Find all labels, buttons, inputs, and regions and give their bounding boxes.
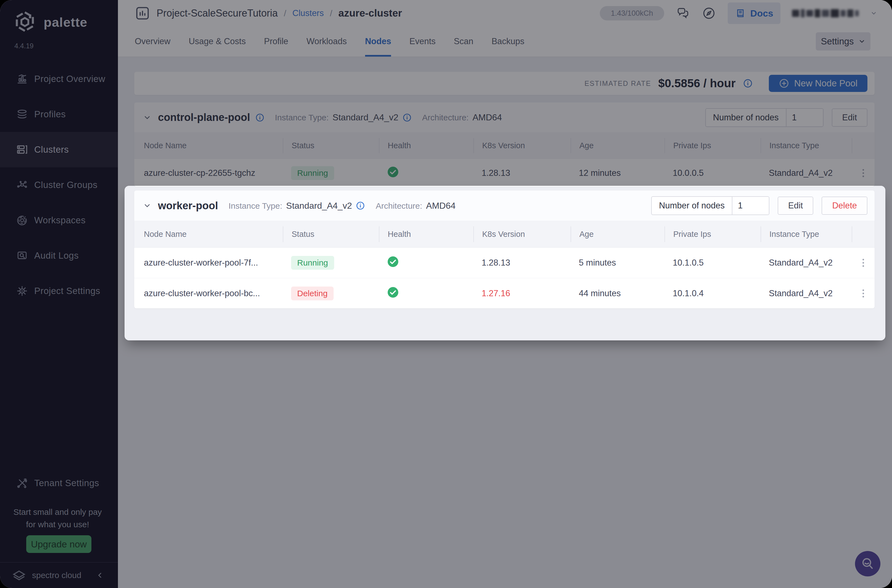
node-health bbox=[379, 286, 473, 300]
sidebar-item-tenant-settings[interactable]: Tenant Settings bbox=[0, 465, 118, 501]
app-window: palette 4.4.19 Project Overview Profiles bbox=[0, 0, 892, 588]
breadcrumb-clusters-link[interactable]: Clusters bbox=[293, 8, 324, 18]
sidebar-item-clusters[interactable]: Clusters bbox=[0, 132, 118, 167]
tab-usage-costs[interactable]: Usage & Costs bbox=[189, 27, 246, 57]
chat-icon[interactable] bbox=[676, 6, 690, 20]
breadcrumb-project[interactable]: Project-ScaleSecureTutoria bbox=[156, 8, 278, 19]
number-of-nodes-label: Number of nodes bbox=[706, 109, 786, 126]
edit-pool-button[interactable]: Edit bbox=[778, 196, 813, 215]
node-status: Running bbox=[283, 166, 379, 180]
new-node-pool-button[interactable]: New Node Pool bbox=[769, 75, 867, 92]
node-name: azure-cluster-worker-pool-7f... bbox=[144, 258, 283, 268]
row-menu-icon[interactable] bbox=[858, 257, 869, 269]
tab-backups[interactable]: Backups bbox=[491, 27, 524, 57]
sidebar-item-project-settings[interactable]: Project Settings bbox=[0, 273, 118, 309]
col-age: Age bbox=[571, 138, 664, 153]
status-badge: Running bbox=[291, 256, 334, 270]
brand-name: palette bbox=[44, 15, 87, 30]
compass-icon[interactable] bbox=[702, 6, 716, 20]
table-header-row: Node Name Status Health K8s Version Age … bbox=[134, 133, 875, 159]
number-of-nodes-input[interactable] bbox=[732, 197, 769, 214]
node-health bbox=[379, 166, 473, 180]
node-age: 5 minutes bbox=[571, 258, 664, 268]
instance-type-value: Standard_A4_v2 bbox=[332, 112, 398, 123]
estimated-rate-bar: ESTIMATED RATE $0.5856 / hour New Node P… bbox=[134, 72, 875, 95]
edit-pool-button[interactable]: Edit bbox=[832, 108, 867, 127]
delete-pool-button[interactable]: Delete bbox=[821, 196, 867, 215]
info-icon[interactable] bbox=[356, 201, 365, 210]
tab-profile[interactable]: Profile bbox=[264, 27, 288, 57]
architecture-value: AMD64 bbox=[473, 112, 502, 123]
breadcrumb-separator: / bbox=[284, 8, 286, 18]
upgrade-promo-text: Start small and only pay for what you us… bbox=[0, 506, 115, 531]
tab-overview[interactable]: Overview bbox=[135, 27, 170, 57]
sidebar-item-workspaces[interactable]: Workspaces bbox=[0, 202, 118, 238]
tab-nodes[interactable]: Nodes bbox=[365, 27, 391, 57]
col-actions bbox=[852, 226, 875, 242]
sidebar-nav: Project Overview Profiles Clusters bbox=[0, 61, 118, 309]
upgrade-now-button[interactable]: Upgrade now bbox=[26, 535, 92, 553]
control-plane-pool-header: control-plane-pool Instance Type: Standa… bbox=[134, 102, 875, 133]
sidebar-item-audit-logs[interactable]: Audit Logs bbox=[0, 238, 118, 273]
node-status: Running bbox=[283, 256, 379, 270]
node-health bbox=[379, 256, 473, 270]
row-menu-icon[interactable] bbox=[858, 287, 869, 300]
table-row: azure-cluster-worker-pool-7f... Running … bbox=[134, 248, 875, 278]
topbar-actions: 1.43/100kCh Docs bbox=[600, 3, 877, 24]
bar-chart-icon bbox=[16, 73, 28, 85]
tab-scan[interactable]: Scan bbox=[454, 27, 473, 57]
col-k8s-version: K8s Version bbox=[473, 138, 571, 153]
pool-controls: Number of nodes Edit bbox=[705, 108, 867, 127]
worker-pool-header: worker-pool Instance Type: Standard_A4_v… bbox=[134, 190, 875, 221]
node-instance-type: Standard_A4_v2 bbox=[761, 168, 852, 178]
user-menu-chevron-icon[interactable] bbox=[871, 10, 877, 16]
architecture-label: Architecture: bbox=[375, 201, 422, 211]
col-k8s-version: K8s Version bbox=[473, 226, 571, 242]
redacted-user-info bbox=[792, 9, 859, 17]
gear-icon bbox=[16, 285, 28, 297]
tab-events[interactable]: Events bbox=[409, 27, 435, 57]
sidebar-item-project-overview[interactable]: Project Overview bbox=[0, 61, 118, 97]
info-icon[interactable] bbox=[402, 113, 412, 122]
health-check-icon bbox=[387, 166, 399, 178]
app-version: 4.4.19 bbox=[14, 42, 34, 50]
promo-line-2: for what you use! bbox=[0, 518, 115, 531]
node-k8s-version: 1.28.13 bbox=[473, 168, 571, 178]
sidebar-item-label: Clusters bbox=[34, 144, 69, 155]
architecture-value: AMD64 bbox=[426, 201, 456, 211]
layers-icon bbox=[16, 108, 28, 120]
settings-dropdown-button[interactable]: Settings bbox=[816, 32, 871, 51]
book-icon bbox=[735, 8, 746, 19]
promo-line-1: Start small and only pay bbox=[0, 506, 115, 518]
table-row: azure-cluster-cp-22655-tgchz Running 1.2… bbox=[134, 159, 875, 187]
col-instance-type: Instance Type bbox=[761, 138, 852, 153]
chevron-down-icon[interactable] bbox=[143, 201, 151, 210]
sidebar-item-label: Tenant Settings bbox=[34, 478, 99, 488]
status-badge: Running bbox=[291, 166, 334, 180]
main-area: Project-ScaleSecureTutoria / Clusters / … bbox=[118, 0, 892, 588]
sidebar-item-label: Project Settings bbox=[34, 286, 100, 296]
tab-workloads[interactable]: Workloads bbox=[306, 27, 347, 57]
worker-pool-section: worker-pool Instance Type: Standard_A4_v… bbox=[134, 190, 875, 308]
node-name: azure-cluster-cp-22655-tgchz bbox=[144, 168, 283, 178]
col-actions bbox=[852, 138, 875, 153]
table-header-row: Node Name Status Health K8s Version Age … bbox=[134, 221, 875, 248]
col-private-ips: Private Ips bbox=[664, 226, 761, 242]
spectro-cloud-label: spectro cloud bbox=[32, 571, 92, 580]
row-menu-icon[interactable] bbox=[858, 167, 869, 179]
collapse-sidebar-icon[interactable] bbox=[96, 572, 104, 579]
sidebar-item-cluster-groups[interactable]: Cluster Groups bbox=[0, 167, 118, 202]
node-private-ip: 10.0.0.5 bbox=[664, 168, 761, 178]
docs-button[interactable]: Docs bbox=[728, 3, 781, 24]
magnifier-icon bbox=[860, 556, 875, 571]
chevron-down-icon[interactable] bbox=[143, 114, 151, 122]
search-help-fab[interactable] bbox=[855, 551, 880, 576]
pool-controls: Number of nodes Edit Delete bbox=[651, 196, 867, 215]
orbit-icon bbox=[16, 214, 28, 226]
sidebar-item-profiles[interactable]: Profiles bbox=[0, 97, 118, 132]
info-icon[interactable] bbox=[743, 78, 753, 88]
info-icon[interactable] bbox=[255, 113, 264, 122]
sidebar-item-label: Profiles bbox=[34, 109, 66, 120]
table-row: azure-cluster-worker-pool-bc... Deleting… bbox=[134, 278, 875, 308]
number-of-nodes-input[interactable] bbox=[786, 109, 823, 126]
